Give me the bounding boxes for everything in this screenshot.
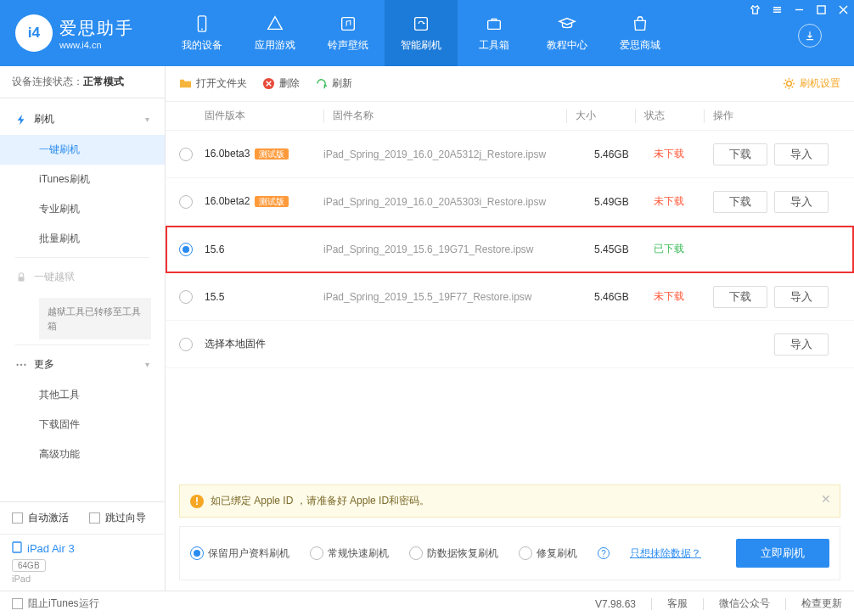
help-icon[interactable]: ? (598, 547, 610, 559)
firmware-name: iPad_Spring_2019_16.0_20A5303i_Restore.i… (323, 196, 594, 208)
music-icon (339, 14, 357, 33)
status-bar: 阻止iTunes运行 V7.98.63 客服 微信公众号 检查更新 (0, 591, 854, 616)
nav-store[interactable]: 爱思商城 (604, 0, 677, 66)
svg-text:i4: i4 (28, 24, 41, 41)
table-row[interactable]: 16.0beta2测试版iPad_Spring_2019_16.0_20A530… (166, 178, 854, 226)
svg-point-9 (20, 363, 22, 365)
nav-apps-games[interactable]: 应用游戏 (239, 0, 312, 66)
flash-settings-button[interactable]: 刷机设置 (783, 76, 840, 91)
radio-icon (409, 546, 423, 560)
svg-rect-5 (488, 20, 501, 29)
sidebar-flash-head[interactable]: 刷机 ▾ (0, 104, 165, 135)
status-label: 未下载 (654, 289, 713, 304)
th-name: 固件名称 (333, 109, 566, 123)
sidebar-jailbreak-head[interactable]: 一键越狱 (0, 261, 165, 293)
flash-now-button[interactable]: 立即刷机 (736, 539, 829, 568)
minimize-button[interactable] (788, 0, 810, 19)
flash-options-bar: 保留用户资料刷机 常规快速刷机 防数据恢复刷机 修复刷机 ? 只想抹除数据？ 立… (179, 526, 840, 580)
sidebar-item-pro-flash[interactable]: 专业刷机 (0, 194, 165, 224)
sidebar: 设备连接状态：正常模式 刷机 ▾ 一键刷机 iTunes刷机 专业刷机 批量刷机… (0, 66, 166, 591)
maximize-button[interactable] (810, 0, 832, 19)
nav-tutorial[interactable]: 教程中心 (531, 0, 604, 66)
opt-repair[interactable]: 修复刷机 (519, 546, 577, 561)
open-folder-button[interactable]: 打开文件夹 (179, 76, 247, 91)
block-itunes-checkbox[interactable] (12, 598, 23, 609)
nav-label: 应用游戏 (255, 38, 295, 53)
toolbox-icon (485, 14, 503, 33)
version-label: 16.0beta2 (205, 195, 250, 207)
delete-button[interactable]: 删除 (262, 76, 300, 91)
opt-fast[interactable]: 常规快速刷机 (310, 546, 389, 561)
opt-keep-data[interactable]: 保留用户资料刷机 (190, 546, 289, 561)
device-info[interactable]: iPad Air 3 64GB iPad (0, 534, 165, 591)
status-label: 未下载 (654, 194, 713, 209)
import-button[interactable]: 导入 (774, 143, 829, 165)
th-ops: 操作 (713, 109, 840, 123)
erase-data-link[interactable]: 只想抹除数据？ (630, 546, 701, 561)
refresh-button[interactable]: 刷新 (315, 76, 352, 91)
skip-guide-checkbox[interactable] (89, 512, 100, 524)
toolbar-label: 刷机设置 (800, 76, 840, 91)
sidebar-head-label: 一键越狱 (34, 270, 75, 284)
download-button[interactable]: 下载 (713, 143, 767, 165)
close-icon[interactable]: ✕ (821, 492, 831, 506)
table-header: 固件版本 固件名称 大小 状态 操作 (166, 102, 854, 131)
auto-activate-checkbox[interactable] (12, 512, 23, 524)
sidebar-more-head[interactable]: 更多 ▾ (0, 349, 165, 380)
row-radio[interactable] (179, 195, 193, 209)
nav-toolbox[interactable]: 工具箱 (458, 0, 531, 66)
customer-service-link[interactable]: 客服 (667, 596, 688, 611)
nav-ringtone-wallpaper[interactable]: 铃声壁纸 (312, 0, 385, 66)
close-button[interactable] (832, 0, 854, 19)
sidebar-item-one-click-flash[interactable]: 一键刷机 (0, 135, 165, 165)
apps-icon (266, 14, 284, 33)
table-row-local[interactable]: 选择本地固件导入 (166, 321, 854, 368)
gear-icon (783, 77, 795, 90)
table-row[interactable]: 15.5iPad_Spring_2019_15.5_19F77_Restore.… (166, 273, 854, 321)
check-update-link[interactable]: 检查更新 (801, 596, 842, 611)
sidebar-item-itunes-flash[interactable]: iTunes刷机 (0, 165, 165, 194)
local-firmware-label: 选择本地固件 (205, 337, 323, 351)
row-radio[interactable] (179, 290, 193, 304)
sidebar-item-other-tools[interactable]: 其他工具 (0, 380, 165, 410)
download-indicator-icon[interactable] (798, 24, 822, 48)
chevron-down-icon: ▾ (145, 360, 149, 369)
warning-icon: ! (190, 495, 204, 508)
sidebar-item-download-firmware[interactable]: 下载固件 (0, 410, 165, 440)
import-button[interactable]: 导入 (774, 333, 829, 356)
download-button[interactable]: 下载 (713, 286, 767, 308)
device-type-label: iPad (12, 574, 153, 584)
size-label: 5.45GB (594, 244, 654, 255)
import-button[interactable]: 导入 (774, 286, 829, 308)
nav-flash[interactable]: 智能刷机 (385, 0, 458, 66)
table-row[interactable]: 15.6iPad_Spring_2019_15.6_19G71_Restore.… (166, 226, 854, 273)
device-name-label: iPad Air 3 (27, 542, 75, 555)
size-label: 5.46GB (594, 148, 654, 160)
sidebar-item-advanced[interactable]: 高级功能 (0, 440, 165, 469)
download-button[interactable]: 下载 (713, 191, 767, 213)
table-row[interactable]: 16.0beta3测试版iPad_Spring_2019_16.0_20A531… (166, 131, 854, 178)
row-radio[interactable] (179, 243, 193, 256)
separator (15, 257, 149, 258)
svg-rect-11 (13, 542, 21, 552)
status-label: 已下载 (654, 242, 713, 256)
firmware-name: iPad_Spring_2019_15.6_19G71_Restore.ipsw (323, 244, 594, 255)
opt-label: 保留用户资料刷机 (208, 546, 289, 561)
row-radio[interactable] (179, 338, 193, 351)
row-radio[interactable] (179, 148, 193, 161)
skin-button[interactable] (744, 0, 766, 19)
nav-label: 铃声壁纸 (328, 38, 368, 53)
device-capacity-badge: 64GB (12, 559, 46, 572)
svg-point-8 (16, 363, 18, 365)
sidebar-item-batch-flash[interactable]: 批量刷机 (0, 224, 165, 254)
menu-button[interactable] (766, 0, 788, 19)
auto-options-row: 自动激活 跳过向导 (0, 502, 165, 534)
wechat-link[interactable]: 微信公众号 (719, 596, 770, 611)
sidebar-head-label: 刷机 (34, 112, 54, 126)
opt-anti-recover[interactable]: 防数据恢复刷机 (409, 546, 498, 561)
tablet-icon (12, 541, 22, 556)
import-button[interactable]: 导入 (774, 191, 829, 213)
main-panel: 打开文件夹 删除 刷新 刷机设置 固件版本 固件名称 大 (166, 66, 854, 591)
nav-my-device[interactable]: 我的设备 (166, 0, 239, 66)
apple-id-notice: ! 如已绑定 Apple ID ，请准备好 Apple ID和密码。 ✕ (179, 484, 840, 518)
